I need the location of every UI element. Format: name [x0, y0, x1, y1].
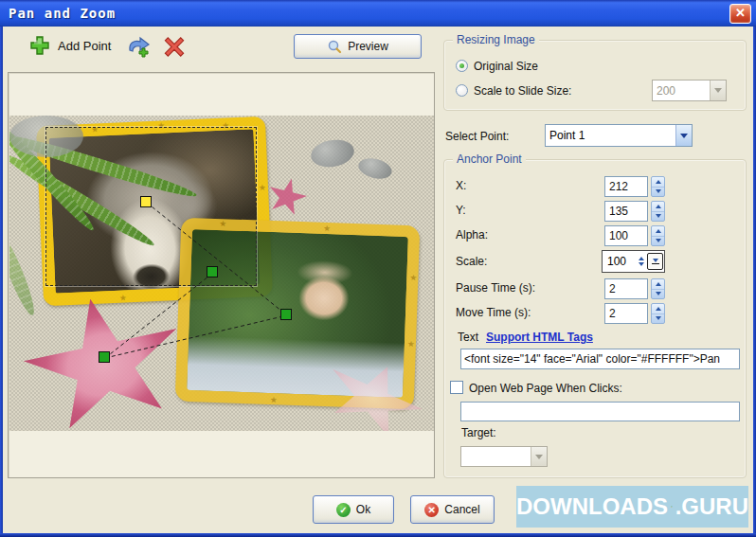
scale-to-slide-label: Scale to Slide Size:: [474, 84, 571, 98]
select-point-value: Point 1: [546, 129, 675, 142]
window-title: Pan and Zoom: [0, 6, 116, 21]
scale-label: Scale:: [456, 255, 487, 268]
move-time-label: Move Time (s):: [456, 306, 531, 319]
cancel-button[interactable]: ✕ Cancel: [410, 495, 495, 524]
x-label: X:: [456, 179, 466, 192]
cancel-label: Cancel: [444, 503, 479, 516]
ok-button[interactable]: ✓ Ok: [313, 495, 394, 524]
target-combobox[interactable]: [460, 446, 548, 467]
titlebar: Pan and Zoom: [0, 0, 756, 27]
select-point-combobox[interactable]: Point 1: [545, 124, 693, 147]
move-time-spinner[interactable]: [651, 303, 665, 324]
chevron-down-icon[interactable]: [531, 447, 547, 466]
support-html-tags-link[interactable]: Support HTML Tags: [486, 331, 593, 344]
anchor-marker[interactable]: [280, 309, 292, 320]
pause-time-spinner[interactable]: [651, 278, 665, 299]
slide-canvas[interactable]: ★ ★ ★ ★ ★ ★ ★ ★ ★ ★: [9, 116, 434, 431]
y-input[interactable]: 135: [604, 201, 648, 222]
delete-icon: [163, 36, 186, 58]
anchor-marker[interactable]: [99, 351, 110, 363]
ok-label: Ok: [356, 503, 370, 516]
duplicate-icon: [127, 35, 153, 58]
anchor-point-group: Anchor Point X: 212 Y: 135 Alpha: 100 Sc…: [443, 159, 747, 478]
pause-time-label: Pause Time (s):: [456, 281, 535, 295]
spin-up-icon[interactable]: [652, 202, 664, 212]
plus-icon: [28, 34, 51, 57]
preview-button[interactable]: Preview: [294, 34, 422, 59]
canvas-panel: ★ ★ ★ ★ ★ ★ ★ ★ ★ ★: [8, 72, 435, 478]
spin-down-icon[interactable]: [652, 290, 664, 299]
chevron-down-icon: [653, 259, 658, 262]
anchor-marker-selected[interactable]: [140, 196, 152, 207]
spin-up-icon[interactable]: [652, 304, 664, 314]
add-point-label: Add Point: [58, 39, 111, 53]
scale-dropdown-button[interactable]: [647, 253, 663, 270]
downloads-guru-watermark: DOWNLOADS .GURU: [516, 486, 748, 528]
pause-time-input[interactable]: 2: [604, 278, 648, 299]
chevron-down-icon[interactable]: [710, 81, 726, 100]
scale-size-combobox[interactable]: 200: [652, 80, 727, 101]
alpha-spinner[interactable]: [651, 225, 665, 246]
add-point-button[interactable]: Add Point: [28, 34, 111, 57]
target-label: Target:: [461, 426, 496, 439]
delete-point-button[interactable]: [163, 36, 186, 58]
alpha-input[interactable]: 100: [604, 225, 648, 246]
text-html-input[interactable]: [460, 349, 740, 369]
x-input[interactable]: 212: [604, 176, 648, 197]
download-arrow-icon: [671, 495, 673, 518]
spin-up-icon[interactable]: [652, 177, 664, 188]
scale-control[interactable]: 100: [602, 250, 665, 273]
window-border-bottom: [0, 533, 756, 537]
duplicate-point-button[interactable]: [127, 35, 153, 58]
watermark-text-right: .GURU: [675, 493, 748, 520]
anchor-marker[interactable]: [207, 266, 218, 277]
open-web-page-checkbox[interactable]: [450, 381, 463, 394]
web-page-url-input[interactable]: [460, 402, 740, 421]
dropdown-underline: [652, 263, 659, 264]
select-point-label: Select Point:: [445, 130, 509, 143]
original-size-label: Original Size: [474, 60, 538, 73]
anchor-point-title: Anchor Point: [453, 152, 526, 166]
y-spinner[interactable]: [651, 201, 665, 222]
cancel-x-icon: ✕: [424, 503, 439, 517]
resizing-image-title: Resizing Image: [453, 33, 539, 46]
move-time-input[interactable]: 2: [604, 303, 648, 324]
spin-up-icon[interactable]: [639, 257, 644, 260]
chevron-down-icon[interactable]: [675, 125, 692, 146]
spin-down-icon[interactable]: [652, 188, 664, 197]
open-web-page-label: Open Web Page When Clicks:: [469, 382, 622, 395]
pan-and-zoom-dialog: Pan and Zoom ✕ Add Point Preview: [0, 0, 756, 537]
spin-down-icon[interactable]: [652, 314, 664, 324]
spin-up-icon[interactable]: [652, 279, 664, 290]
text-label: Text: [458, 331, 478, 344]
scale-to-slide-radio[interactable]: [456, 84, 468, 97]
close-button[interactable]: ✕: [729, 4, 751, 24]
original-size-radio[interactable]: [456, 60, 468, 72]
x-spinner[interactable]: [651, 176, 665, 197]
spin-down-icon[interactable]: [652, 237, 664, 246]
scale-size-value: 200: [653, 84, 710, 98]
y-label: Y:: [456, 204, 466, 217]
scale-input[interactable]: 100: [603, 255, 636, 268]
preview-label: Preview: [348, 40, 388, 53]
ok-check-icon: ✓: [336, 503, 351, 517]
alpha-label: Alpha:: [456, 228, 488, 242]
spin-down-icon[interactable]: [639, 262, 644, 266]
resizing-image-group: Resizing Image Original Size Scale to Sl…: [443, 40, 747, 111]
scale-spinner[interactable]: [636, 257, 647, 266]
anchor-path-lines: [9, 116, 434, 431]
spin-down-icon[interactable]: [652, 212, 664, 222]
watermark-text-left: DOWNLOADS: [516, 493, 668, 520]
spin-up-icon[interactable]: [652, 226, 664, 237]
window-border-left: [0, 27, 3, 537]
magnifier-icon: [327, 39, 342, 54]
